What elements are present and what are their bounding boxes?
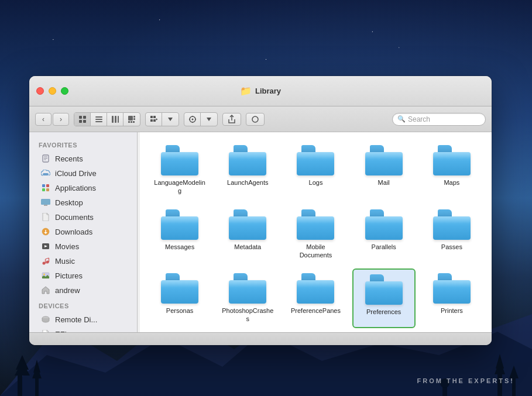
- file-item-messages[interactable]: Messages: [148, 205, 211, 264]
- sidebar-item-desktop[interactable]: Desktop: [32, 195, 135, 209]
- file-item-preferencepanes[interactable]: PreferencePanes: [284, 268, 347, 328]
- close-button[interactable]: [36, 87, 44, 95]
- folder-icon: [365, 274, 403, 305]
- traffic-lights: [36, 87, 68, 95]
- sidebar-item-remote-disk[interactable]: Remote Di...: [32, 312, 135, 326]
- folder-icon: [297, 145, 334, 175]
- sidebar-item-downloads[interactable]: Downloads: [32, 225, 135, 239]
- file-item-logs[interactable]: Logs: [284, 140, 347, 200]
- share-button[interactable]: [222, 113, 241, 126]
- svg-rect-52: [46, 184, 49, 187]
- maximize-button[interactable]: [61, 87, 68, 95]
- main-content: Favorites Recents: [29, 132, 492, 332]
- file-name: PreferencePanes: [291, 307, 341, 315]
- arrange-group: [145, 112, 179, 126]
- file-item-parallels[interactable]: Parallels: [352, 205, 416, 264]
- action-dropdown[interactable]: [201, 113, 217, 126]
- file-name: Logs: [309, 178, 323, 187]
- sidebar-item-label: Movies: [55, 242, 79, 251]
- folder-back: [301, 209, 315, 216]
- list-view-button[interactable]: [91, 113, 107, 126]
- svg-rect-55: [41, 199, 50, 205]
- file-name: Personas: [166, 307, 193, 315]
- remote-disk-icon: [41, 315, 50, 324]
- sidebar-item-efi[interactable]: EFI: [32, 327, 135, 332]
- file-item-mobiledocuments[interactable]: Mobile Documents: [284, 205, 347, 264]
- svg-rect-51: [42, 184, 45, 187]
- folder-body: [161, 280, 198, 304]
- tag-button[interactable]: [246, 113, 265, 126]
- movies-icon: [41, 242, 50, 251]
- sidebar-item-recents[interactable]: Recents: [32, 151, 135, 166]
- favorites-header: Favorites: [29, 137, 137, 151]
- minimize-button[interactable]: [49, 87, 56, 95]
- file-item-passes[interactable]: Passes: [420, 205, 483, 264]
- sidebar-item-label: iCloud Drive: [55, 169, 97, 178]
- svg-rect-17: [79, 120, 82, 123]
- folder-back: [166, 273, 180, 280]
- svg-rect-15: [79, 116, 82, 119]
- folder-back: [438, 145, 452, 152]
- folder-body: [297, 216, 334, 240]
- sidebar-item-applications[interactable]: Applications: [32, 181, 135, 195]
- folder-back: [370, 209, 384, 216]
- folder-icon: [161, 209, 198, 240]
- sidebar-item-movies[interactable]: Movies: [32, 239, 135, 253]
- folder-icon: [229, 273, 266, 304]
- folder-body: [365, 216, 403, 240]
- documents-icon: [41, 212, 50, 222]
- music-icon: [41, 256, 50, 266]
- finder-window: 📁 Library ‹ ›: [29, 76, 492, 345]
- folder-body: [365, 152, 403, 175]
- svg-rect-20: [95, 119, 102, 120]
- sidebar-item-label: Music: [55, 257, 75, 266]
- file-item-photoshopcrashes[interactable]: PhotoshopCrashes: [216, 268, 279, 328]
- file-item-personas[interactable]: Personas: [148, 268, 211, 328]
- file-name: Parallels: [372, 243, 396, 251]
- gallery-view-button[interactable]: [123, 113, 140, 126]
- svg-rect-31: [150, 116, 153, 118]
- forward-button[interactable]: ›: [53, 113, 69, 126]
- folder-body: [229, 152, 266, 175]
- folder-icon: [365, 145, 403, 175]
- file-name: Printers: [441, 307, 463, 315]
- folder-back: [438, 273, 452, 280]
- sidebar-item-icloud[interactable]: iCloud Drive: [32, 166, 135, 180]
- file-item-printers[interactable]: Printers: [420, 268, 483, 328]
- icon-view-button[interactable]: [74, 113, 91, 126]
- folder-icon: [297, 273, 334, 304]
- action-button[interactable]: [184, 113, 201, 126]
- svg-rect-30: [133, 121, 135, 123]
- sidebar-item-documents[interactable]: Documents: [32, 210, 135, 224]
- arrange-button[interactable]: [146, 113, 162, 126]
- file-item-metadata[interactable]: Metadata: [216, 205, 279, 264]
- icloud-icon: [41, 168, 50, 178]
- file-name: Preferences: [366, 308, 401, 316]
- arrange-dropdown[interactable]: [162, 113, 179, 126]
- file-item-mail[interactable]: Mail: [352, 140, 416, 200]
- folder-body: [297, 152, 334, 175]
- folder-icon: [433, 273, 471, 304]
- sidebar-item-andrew[interactable]: andrew: [32, 283, 135, 297]
- file-item-launchagents[interactable]: LaunchAgents: [216, 140, 279, 200]
- pictures-icon: [41, 271, 50, 280]
- folder-icon: [365, 209, 403, 240]
- file-item-preferences[interactable]: Preferences: [352, 268, 416, 328]
- window-title: Library: [255, 87, 281, 95]
- applications-icon: [41, 183, 50, 192]
- search-bar[interactable]: 🔍 Search: [392, 113, 486, 126]
- back-button[interactable]: ‹: [35, 113, 52, 126]
- file-item-maps[interactable]: Maps: [420, 140, 483, 200]
- file-item-languagemodeling[interactable]: LanguageModeling: [148, 140, 211, 200]
- downloads-icon: [41, 227, 50, 236]
- status-bar: [29, 332, 492, 345]
- file-name: Maps: [444, 178, 459, 187]
- folder-body: [433, 216, 471, 240]
- sidebar-item-pictures[interactable]: Pictures: [32, 268, 135, 283]
- folder-icon: [433, 145, 471, 175]
- column-view-button[interactable]: [107, 113, 123, 126]
- folder-back: [166, 145, 180, 152]
- sidebar-item-music[interactable]: Music: [32, 254, 135, 268]
- bottom-tagline: FROM THE EXPERTS!: [417, 377, 514, 384]
- folder-back: [234, 145, 248, 152]
